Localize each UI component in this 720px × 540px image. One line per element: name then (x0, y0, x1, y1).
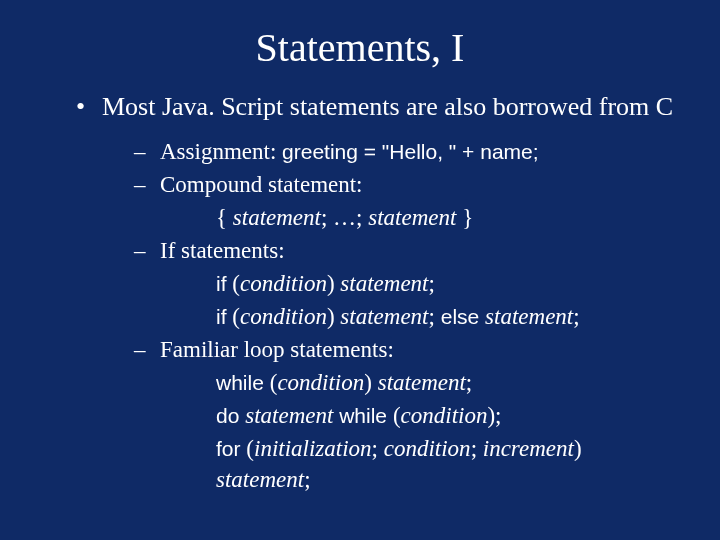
paren-open: ( (232, 271, 240, 296)
if-label: If statements: (160, 238, 285, 263)
paren-close: ) (364, 370, 377, 395)
if-stmt: statement (340, 271, 428, 296)
bullet-dot-icon: • (76, 91, 102, 124)
assignment-label: Assignment: (160, 139, 282, 164)
while-body: while (condition) statement; (40, 367, 680, 398)
brace-close: } (456, 205, 473, 230)
kw-while2: while (333, 404, 393, 427)
compound-stmt2: statement (368, 205, 456, 230)
slide-title: Statements, I (40, 24, 680, 71)
bullet-main: •Most Java. Script statements are also b… (40, 91, 680, 124)
paren-open: ( (232, 304, 240, 329)
if-body-1: if (condition) statement; (40, 268, 680, 299)
compound-ellipsis: … (333, 205, 356, 230)
assignment-code: greeting = "Hello, " + name; (282, 140, 539, 163)
if-cond: condition (240, 304, 327, 329)
compound-semi1: ; (321, 205, 333, 230)
if-stmt: statement (340, 304, 428, 329)
do-cond: condition (401, 403, 488, 428)
kw-do: do (216, 404, 245, 427)
paren-open: ( (246, 436, 254, 461)
for-init: initialization (254, 436, 372, 461)
do-while-body: do statement while (condition); (40, 400, 680, 431)
for-body: for (initialization; condition; incremen… (40, 433, 680, 495)
sub-assignment: –Assignment: greeting = "Hello, " + name… (40, 136, 680, 167)
dash-icon: – (134, 334, 160, 365)
semi: ; (573, 304, 579, 329)
brace-open: { (216, 205, 233, 230)
for-inc: increment (483, 436, 574, 461)
kw-else: else (435, 305, 485, 328)
while-cond: condition (277, 370, 364, 395)
dash-icon: – (134, 169, 160, 200)
paren-close: ) (574, 436, 582, 461)
sep2: ; (471, 436, 483, 461)
for-stmt: statement (216, 467, 304, 492)
sub-compound: –Compound statement: (40, 169, 680, 200)
kw-if: if (216, 272, 232, 295)
semi: ; (304, 467, 310, 492)
compound-label: Compound statement: (160, 172, 363, 197)
if-cond: condition (240, 271, 327, 296)
compound-body: { statement; …; statement } (40, 202, 680, 233)
do-stmt: statement (245, 403, 333, 428)
sep1: ; (372, 436, 384, 461)
for-cond: condition (384, 436, 471, 461)
paren-close-semi: ); (487, 403, 501, 428)
kw-for: for (216, 437, 246, 460)
if-body-2: if (condition) statement; else statement… (40, 301, 680, 332)
sub-if: –If statements: (40, 235, 680, 266)
compound-semi2: ; (356, 205, 368, 230)
dash-icon: – (134, 235, 160, 266)
kw-while: while (216, 371, 270, 394)
loop-label: Familiar loop statements: (160, 337, 394, 362)
slide: Statements, I •Most Java. Script stateme… (0, 0, 720, 540)
semi: ; (466, 370, 472, 395)
else-stmt: statement (485, 304, 573, 329)
while-stmt: statement (378, 370, 466, 395)
bullet-main-text: Most Java. Script statements are also bo… (102, 92, 673, 121)
paren-close: ) (327, 271, 340, 296)
semi: ; (428, 271, 434, 296)
dash-icon: – (134, 136, 160, 167)
compound-stmt1: statement (233, 205, 321, 230)
paren-open: ( (393, 403, 401, 428)
paren-close: ) (327, 304, 340, 329)
kw-if: if (216, 305, 232, 328)
sub-loop: –Familiar loop statements: (40, 334, 680, 365)
